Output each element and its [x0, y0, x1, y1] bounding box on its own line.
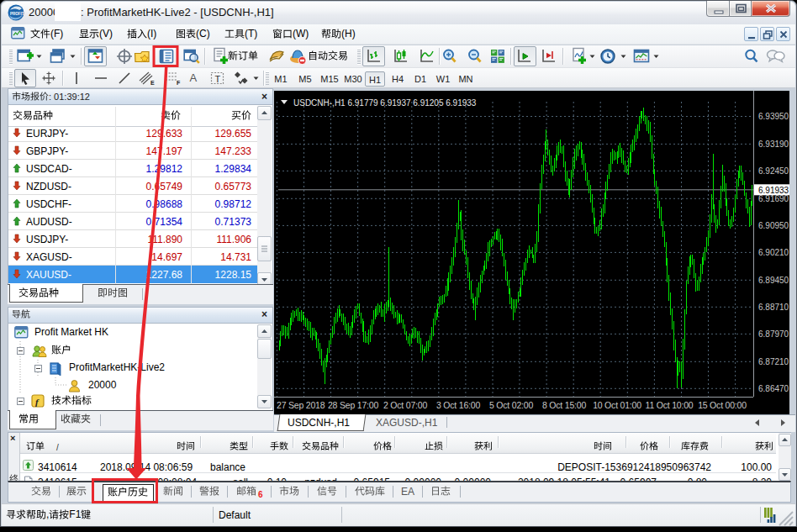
svg-text:6.93190: 6.93190: [758, 140, 789, 149]
svg-text:6.89450: 6.89450: [758, 276, 789, 285]
svg-text:8 Oct 15:00: 8 Oct 15:00: [542, 400, 586, 410]
svg-text:10 Oct 01:00: 10 Oct 01:00: [593, 400, 641, 410]
svg-text:27 Sep 2018: 27 Sep 2018: [277, 400, 325, 410]
svg-text:A: A: [190, 71, 198, 84]
svg-text:5 Oct 02:00: 5 Oct 02:00: [489, 400, 533, 410]
svg-text:6.87210: 6.87210: [758, 357, 789, 366]
svg-text:6.86470: 6.86470: [758, 384, 789, 393]
svg-text:6.88710: 6.88710: [758, 303, 789, 312]
svg-text:6.91690: 6.91690: [758, 194, 789, 203]
svg-text:3 Oct 16:00: 3 Oct 16:00: [436, 400, 480, 410]
svg-text:6.90210: 6.90210: [758, 248, 789, 257]
svg-text:6.91933: 6.91933: [758, 186, 789, 195]
svg-text:28 Sep 17:00: 28 Sep 17:00: [328, 400, 378, 410]
svg-text:6.92450: 6.92450: [758, 166, 789, 176]
svg-text:PROFIT: PROFIT: [10, 12, 24, 16]
svg-text:15 Oct 00:00: 15 Oct 00:00: [698, 400, 747, 410]
svg-text:11 Oct 10:00: 11 Oct 10:00: [646, 400, 694, 410]
svg-text:T: T: [215, 74, 221, 84]
svg-text:2 Oct 07:00: 2 Oct 07:00: [383, 400, 427, 410]
svg-text:F: F: [177, 80, 181, 86]
svg-text:E: E: [150, 80, 155, 86]
svg-text:6.90950: 6.90950: [758, 221, 789, 230]
svg-text:6.87970: 6.87970: [758, 329, 789, 339]
svg-text:6.93950: 6.93950: [758, 112, 789, 121]
svg-text:USDCNH-,H1 6.91779 6.91937 6.: USDCNH-,H1 6.91779 6.91937 6.91205 6.919…: [293, 98, 477, 108]
